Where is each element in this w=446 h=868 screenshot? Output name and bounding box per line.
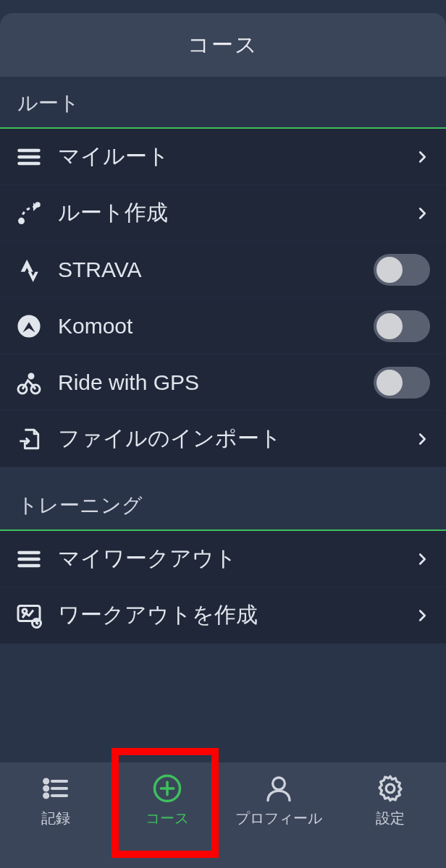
chevron-right-icon — [414, 608, 430, 624]
toggle-ride-with-gps[interactable] — [374, 367, 430, 399]
tab-profile[interactable]: プロフィール — [223, 773, 334, 828]
tab-record[interactable]: 記録 — [0, 773, 112, 828]
svg-point-4 — [36, 203, 40, 206]
row-komoot[interactable]: Komoot — [0, 298, 446, 354]
komoot-icon — [13, 310, 45, 342]
tab-label: プロフィール — [235, 809, 322, 828]
row-label: ルート作成 — [45, 198, 414, 228]
row-label: ワークアウトを作成 — [45, 600, 414, 630]
tab-label: コース — [146, 809, 189, 828]
row-label: マイワークアウト — [45, 544, 414, 574]
row-create-route[interactable]: ルート作成 — [0, 185, 446, 242]
row-create-workout[interactable]: ワークアウトを作成 — [0, 587, 446, 644]
tab-label: 記録 — [41, 809, 70, 828]
toggle-strava[interactable] — [374, 254, 430, 286]
chevron-right-icon — [414, 205, 430, 221]
record-list-icon — [40, 773, 72, 804]
row-label: Ride with GPS — [45, 370, 374, 395]
app-root: コース ルート マイルート ルート作成 STRAVA — [0, 0, 446, 868]
chevron-right-icon — [414, 431, 430, 447]
row-label: マイルート — [45, 142, 414, 171]
profile-icon — [263, 773, 295, 804]
chevron-right-icon — [414, 149, 430, 165]
toggle-knob — [376, 257, 403, 283]
row-label: Komoot — [45, 314, 374, 339]
strava-icon — [13, 254, 45, 286]
row-import-file[interactable]: ファイルのインポート — [0, 411, 446, 467]
cyclist-icon — [13, 367, 45, 399]
page-header: コース — [0, 13, 446, 77]
page-title: コース — [188, 30, 258, 60]
toggle-knob — [376, 313, 403, 339]
tab-course[interactable]: コース — [112, 773, 223, 828]
tab-bar: 記録 コース プロフィール — [0, 762, 446, 868]
list-icon — [13, 141, 45, 173]
row-ride-with-gps[interactable]: Ride with GPS — [0, 354, 446, 411]
row-label: ファイルのインポート — [45, 424, 414, 454]
tab-settings[interactable]: 設定 — [334, 773, 446, 828]
svg-point-19 — [44, 794, 48, 798]
row-my-routes[interactable]: マイルート — [0, 129, 446, 185]
svg-point-15 — [44, 780, 48, 783]
workout-create-icon — [13, 600, 45, 631]
file-import-icon — [13, 423, 45, 455]
svg-point-24 — [273, 778, 285, 790]
row-my-workouts[interactable]: マイワークアウト — [0, 531, 446, 587]
route-create-icon — [13, 197, 45, 229]
row-label: STRAVA — [45, 258, 374, 282]
gear-icon — [374, 773, 406, 804]
content-spacer — [0, 644, 446, 762]
svg-point-17 — [44, 787, 48, 791]
chevron-right-icon — [414, 551, 430, 567]
row-strava[interactable]: STRAVA — [0, 242, 446, 298]
toggle-knob — [376, 370, 403, 396]
tab-label: 設定 — [376, 809, 405, 828]
section-header-routes: ルート — [0, 77, 446, 129]
svg-point-25 — [386, 784, 395, 793]
list-icon — [13, 543, 45, 575]
plus-circle-icon — [151, 773, 183, 804]
section-header-training: トレーニング — [0, 467, 446, 531]
toggle-komoot[interactable] — [374, 310, 430, 342]
svg-point-8 — [29, 374, 33, 378]
